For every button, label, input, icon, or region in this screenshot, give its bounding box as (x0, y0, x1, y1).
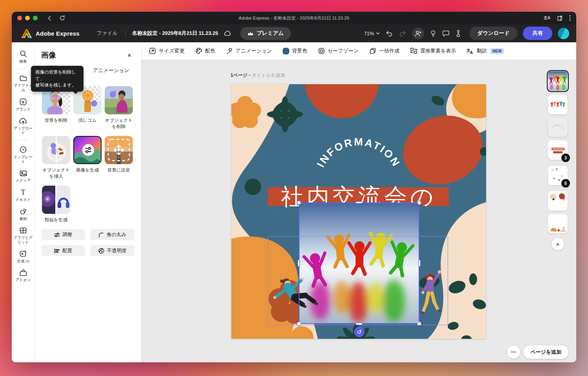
swap-elements-icon (410, 47, 417, 54)
cloud-sync-icon[interactable] (224, 30, 232, 36)
resize-handle-right[interactable] (418, 260, 421, 267)
adobe-express-logo-icon[interactable] (22, 29, 32, 38)
close-window-button[interactable] (17, 16, 22, 20)
page-thumbnail-2[interactable] (548, 95, 568, 114)
resize-handle-bottom-right[interactable] (417, 322, 421, 326)
panel-close-icon[interactable]: × (125, 51, 134, 60)
page-thumbnail-6[interactable] (548, 191, 568, 211)
close-icon: × (556, 241, 560, 248)
kebab-menu-icon[interactable] (569, 15, 571, 21)
opacity-button[interactable]: 不透明度 (90, 245, 135, 256)
page-badge: 3 (561, 154, 570, 162)
corner-radius-icon (98, 232, 104, 237)
toolbar-show-replaceable[interactable]: 置換要素を表示 (410, 47, 456, 54)
translate-icon: 文A (466, 48, 474, 54)
zoom-level: 71% (364, 31, 374, 36)
sidebar-item-search[interactable]: 検索 (12, 47, 34, 67)
person-add-icon (414, 30, 422, 37)
resize-handle-bottom[interactable] (356, 323, 363, 325)
more-icon: ••• (511, 350, 516, 354)
svg-text:T: T (21, 188, 25, 196)
reload-icon[interactable] (59, 15, 65, 21)
page-thumbnail-1[interactable] (548, 71, 568, 91)
tool-remove-background[interactable]: 背景を削除 (41, 86, 71, 130)
tool-generate-image[interactable]: 画像を生成 (73, 136, 102, 179)
resize-handle-bottom-left[interactable] (297, 322, 301, 326)
adjust-button[interactable]: 調整 (41, 229, 85, 240)
fullscreen-window-button[interactable] (33, 16, 38, 20)
addons-box-icon (19, 269, 27, 277)
selected-image[interactable] (299, 202, 419, 324)
zoom-control[interactable]: 71% (364, 31, 380, 36)
page-thumbnail-7[interactable] (548, 214, 568, 233)
toolbar-color-scheme[interactable]: 配色 (195, 47, 215, 54)
page-thumbnail-4[interactable]: 3 (548, 140, 568, 160)
redo-icon[interactable] (399, 30, 407, 37)
toolbar-background-color[interactable]: 背景色 (283, 47, 307, 54)
align-button[interactable]: 配置 (41, 245, 85, 256)
pages-rail-close-button[interactable]: × (552, 238, 564, 250)
share-button[interactable]: 共有 (523, 27, 552, 40)
toolbar-animation[interactable]: アニメーション (226, 47, 272, 54)
minimize-window-button[interactable] (25, 16, 30, 20)
document-title[interactable]: 名称未設定 - 2025年8月21日 11.23.25 (132, 30, 218, 37)
divider (18, 140, 29, 141)
resize-handle-top[interactable] (356, 201, 363, 204)
divider (18, 69, 29, 69)
page-title-placeholder[interactable]: タイトルを追加 (252, 72, 285, 78)
more-options-button[interactable]: ••• (507, 345, 520, 359)
avatar[interactable] (558, 28, 569, 39)
sidebar-item-templates[interactable]: テンプレート (12, 143, 34, 167)
svg-text:✳: ✳ (555, 167, 558, 171)
tool-set-as-background[interactable]: 背景に設定 (104, 136, 134, 179)
toolbar-translate[interactable]: 文A 翻訳 NEW (466, 47, 503, 54)
toolbar-resize[interactable]: サイズ変更 (149, 47, 185, 54)
sidebar-item-charts-grids[interactable]: グラフとグリッド (12, 224, 34, 248)
svg-text:✳: ✳ (552, 177, 555, 181)
resize-handle-left[interactable] (298, 260, 300, 267)
tab-animation[interactable]: アニメーション (88, 65, 134, 76)
rotate-icon: ↺ (357, 329, 362, 336)
palette-icon (195, 47, 202, 54)
rotate-handle[interactable]: ↺ (354, 327, 365, 337)
page-thumbnail-5[interactable]: ✳✳ ✳✳ ✳ 5 (548, 166, 568, 185)
undo-icon[interactable] (385, 30, 393, 37)
svg-text:✳: ✳ (557, 178, 561, 182)
sidebar-item-brand[interactable]: B ブランド (12, 95, 34, 114)
page-label[interactable]: 1ページ - タイトルを追加 (230, 72, 285, 79)
page-thumbnail-3[interactable]: INFORMATION (548, 118, 568, 137)
sidebar-item-assets[interactable]: 素材 (12, 205, 34, 224)
extensions-icon[interactable] (557, 15, 563, 21)
svg-text:✳: ✳ (551, 168, 554, 172)
canvas-area[interactable]: 1ページ - タイトルを追加 (141, 60, 576, 362)
resize-handle-top-right[interactable] (417, 201, 421, 205)
tool-generate-similar[interactable]: 類似を生成 (41, 186, 71, 223)
menu-file[interactable]: ファイル (97, 30, 118, 37)
sidebar-item-addons[interactable]: アドオン (12, 266, 34, 285)
tool-remove-object[interactable]: オブジェクトを削除 (104, 86, 134, 130)
invite-people-button[interactable] (412, 27, 424, 40)
sidebar-item-upload[interactable]: アップロード (12, 114, 34, 138)
sidebar-item-text[interactable]: T テキスト (12, 186, 34, 205)
animation-icon (226, 47, 233, 54)
resize-handle-top-left[interactable] (297, 201, 301, 205)
add-page-button[interactable]: ページを追加 (523, 345, 568, 359)
sidebar-item-generative-ai[interactable]: 生成 AI (12, 247, 34, 266)
bulk-create-icon (369, 47, 376, 54)
folder-icon (19, 74, 27, 82)
align-icon (54, 248, 60, 253)
corner-radius-button[interactable]: 角の丸み (90, 229, 135, 240)
background-color-swatch (283, 48, 289, 54)
resize-icon (149, 47, 156, 54)
premium-button[interactable]: プレミアム (240, 27, 291, 40)
comment-icon[interactable] (442, 30, 450, 37)
back-icon[interactable] (46, 15, 53, 22)
toolbar-bulk-create[interactable]: 一括作成 (369, 47, 399, 54)
download-button[interactable]: ダウンロード (469, 27, 517, 40)
browser-translate-icon[interactable]: 文A (544, 15, 550, 21)
ideas-lightbulb-icon[interactable] (430, 30, 437, 37)
toolbar-safe-zone[interactable]: セーフゾーン (318, 47, 359, 54)
tool-insert-object[interactable]: オブジェクトを挿入 (41, 136, 71, 179)
beaker-icon[interactable] (455, 30, 461, 37)
sidebar-item-media[interactable]: メディア (12, 167, 34, 186)
